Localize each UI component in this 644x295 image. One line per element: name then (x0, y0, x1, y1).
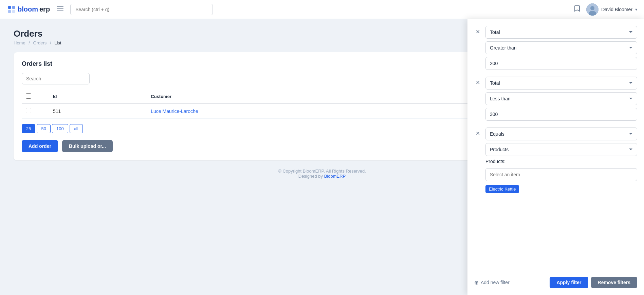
filter-1-field-select[interactable]: Total (485, 26, 637, 39)
logo-icon (7, 5, 16, 14)
footer-brand-link[interactable]: BloomERP (324, 174, 346, 179)
svg-point-1 (12, 6, 15, 9)
filter-footer: ⊕ Add new filter Apply filter Remove fil… (474, 271, 637, 288)
col-id: Id (49, 90, 147, 103)
bookmark-button[interactable] (573, 5, 581, 14)
select-all-checkbox[interactable] (26, 93, 31, 99)
bookmark-icon (573, 5, 581, 12)
logo-erp: erp (39, 5, 50, 13)
add-filter-button[interactable]: ⊕ Add new filter (474, 279, 510, 286)
user-menu[interactable]: David Bloomer ▾ (586, 3, 637, 16)
filter-panel: ✕ Total Greater than Less than Equals ✕ … (467, 19, 644, 295)
filter-3-condition-select[interactable]: Equals Greater than Less than (485, 127, 637, 140)
nav-right: David Bloomer ▾ (573, 3, 637, 16)
filter-1-close-button[interactable]: ✕ (474, 26, 481, 38)
breadcrumb-orders[interactable]: Orders (33, 40, 47, 45)
electric-kettle-tag[interactable]: Electric Kettle (485, 185, 519, 193)
apply-filter-button[interactable]: Apply filter (550, 277, 588, 288)
filter-3-selected-tag[interactable]: Electric Kettle (485, 184, 637, 193)
bulk-upload-button[interactable]: Bulk upload or... (62, 140, 113, 152)
user-name-label: David Bloomer (601, 7, 632, 12)
add-order-button[interactable]: Add order (22, 140, 58, 152)
filter-3-item-search-input[interactable] (485, 168, 637, 181)
filter-2-field-select[interactable]: Total (485, 77, 637, 90)
user-avatar-image (586, 3, 599, 16)
filter-2-value-input[interactable] (485, 108, 637, 121)
filter-row-1: ✕ Total Greater than Less than Equals (474, 26, 637, 70)
avatar (586, 3, 599, 16)
filter-2-condition-select[interactable]: Greater than Less than Equals (485, 92, 637, 105)
row-id: 511 (49, 103, 147, 119)
filter-row-2: ✕ Total Greater than Less than Equals (474, 77, 637, 121)
svg-point-8 (590, 6, 594, 10)
svg-rect-4 (57, 6, 63, 7)
svg-rect-6 (57, 11, 63, 11)
global-search-input[interactable] (70, 4, 213, 15)
filter-1-value-input[interactable] (485, 57, 637, 70)
add-filter-icon: ⊕ (474, 279, 479, 286)
filter-3-close-button[interactable]: ✕ (474, 127, 481, 139)
filter-2-fields: Total Greater than Less than Equals (485, 77, 637, 121)
remove-filters-button[interactable]: Remove filters (591, 277, 637, 288)
menu-icon (57, 5, 63, 12)
filter-1-condition-select[interactable]: Greater than Less than Equals (485, 41, 637, 54)
breadcrumb-home[interactable]: Home (14, 40, 25, 45)
hamburger-button[interactable] (55, 4, 65, 15)
logo-bloom: bloom (18, 5, 38, 13)
navbar: bloomerp David Bloomer ▾ (0, 0, 644, 19)
filter-row-3: ✕ Equals Greater than Less than Products… (474, 127, 637, 193)
filter-footer-buttons: Apply filter Remove filters (550, 277, 637, 288)
filter-2-close-button[interactable]: ✕ (474, 77, 481, 88)
svg-rect-5 (57, 8, 63, 9)
svg-point-0 (8, 6, 11, 9)
page-btn-25[interactable]: 25 (22, 124, 35, 133)
user-menu-chevron-icon: ▾ (635, 7, 637, 12)
page-btn-all[interactable]: all (70, 124, 83, 133)
row-checkbox[interactable] (26, 108, 31, 113)
page-btn-100[interactable]: 100 (52, 124, 68, 133)
svg-point-3 (12, 10, 15, 13)
row-customer[interactable]: Luce Maurice-Laroche (147, 103, 484, 119)
filter-3-fields: Equals Greater than Less than Products P… (485, 127, 637, 193)
col-customer: Customer (147, 90, 484, 103)
breadcrumb-sep-1: / (29, 40, 30, 45)
filter-1-fields: Total Greater than Less than Equals (485, 26, 637, 70)
filter-divider (474, 204, 637, 204)
logo[interactable]: bloomerp (7, 5, 50, 14)
page-btn-50[interactable]: 50 (37, 124, 50, 133)
filter-3-field-select[interactable]: Products (485, 143, 637, 156)
svg-point-2 (8, 10, 11, 13)
filter-3-product-label: Products: (485, 159, 637, 164)
add-filter-label: Add new filter (481, 280, 510, 285)
breadcrumb-current: List (54, 40, 61, 45)
breadcrumb-sep-2: / (50, 40, 51, 45)
orders-search-input[interactable] (22, 73, 90, 84)
